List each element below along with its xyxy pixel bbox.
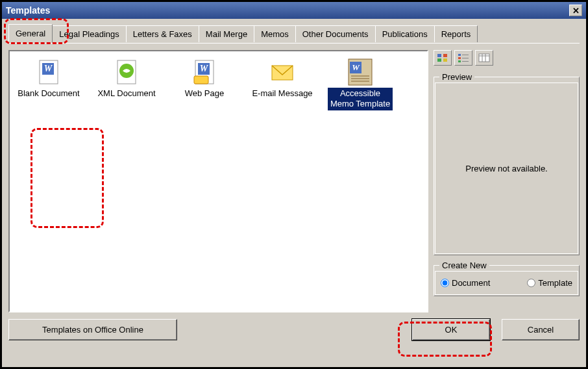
svg-rect-19	[443, 58, 447, 62]
svg-text:W: W	[200, 64, 209, 73]
svg-rect-21	[458, 57, 461, 59]
preview-fieldset: Preview Preview not available.	[434, 72, 580, 255]
tab-label: Letters & Faxes	[133, 29, 192, 39]
template-label: Blank Document	[16, 88, 80, 99]
office-online-button[interactable]: Templates on Office Online	[8, 319, 177, 340]
tab-label: Other Documents	[302, 29, 369, 39]
button-label: Templates on Office Online	[42, 325, 143, 335]
template-label: Web Page	[184, 88, 225, 99]
template-email-message[interactable]: E-mail Message	[250, 58, 315, 110]
view-large-icons-button[interactable]	[434, 50, 452, 66]
button-label: Cancel	[528, 325, 554, 335]
close-button[interactable]: ✕	[569, 5, 582, 16]
tab-publications[interactable]: Publications	[375, 25, 435, 42]
create-new-legend: Create New	[439, 261, 489, 270]
word-document-icon: W	[34, 58, 63, 86]
dialog-body: General Legal Pleadings Letters & Faxes …	[2, 19, 586, 367]
svg-rect-8	[194, 76, 208, 84]
svg-rect-16	[437, 54, 441, 57]
svg-rect-20	[458, 54, 461, 56]
preview-legend: Preview	[439, 72, 474, 82]
list-icon	[458, 53, 469, 62]
tab-letters-faxes[interactable]: Letters & Faxes	[126, 25, 199, 42]
tab-label: Mail Merge	[206, 29, 247, 39]
tab-legal-pleadings[interactable]: Legal Pleadings	[52, 25, 127, 42]
content-area: W Blank Document XML Document W Web Page	[8, 43, 580, 312]
radio-document[interactable]	[441, 279, 449, 287]
svg-rect-17	[443, 54, 447, 57]
view-mode-buttons	[434, 50, 580, 66]
memo-template-icon: W	[346, 58, 374, 86]
create-new-radios: Document Template	[439, 275, 574, 290]
tab-memos[interactable]: Memos	[254, 25, 296, 42]
tab-label: General	[16, 29, 45, 38]
radio-document-label[interactable]: Document	[452, 278, 490, 288]
view-list-button[interactable]	[454, 50, 472, 66]
template-label: E-mail Message	[251, 88, 313, 99]
tab-label: Legal Pleadings	[59, 29, 119, 39]
template-blank-document[interactable]: W Blank Document	[16, 58, 81, 110]
template-label: Accessible Memo Template	[328, 88, 393, 110]
tab-general[interactable]: General	[8, 24, 53, 43]
template-xml-document[interactable]: XML Document	[94, 58, 159, 110]
right-pane: Preview Preview not available. Create Ne…	[434, 50, 580, 312]
web-page-icon: W	[190, 58, 219, 86]
tab-label: Publications	[382, 29, 428, 39]
template-list[interactable]: W Blank Document XML Document W Web Page	[8, 50, 428, 312]
template-web-page[interactable]: W Web Page	[172, 58, 237, 110]
svg-rect-22	[458, 60, 461, 62]
tab-label: Reports	[441, 29, 471, 39]
email-icon	[268, 58, 297, 86]
preview-area: Preview not available.	[439, 87, 574, 249]
radio-template-label[interactable]: Template	[538, 278, 572, 288]
button-label: OK	[445, 325, 458, 335]
large-icons-icon	[437, 53, 448, 62]
svg-text:W: W	[352, 62, 360, 72]
view-details-button[interactable]	[475, 50, 493, 66]
tab-reports[interactable]: Reports	[434, 25, 478, 42]
tab-mail-merge[interactable]: Mail Merge	[199, 25, 254, 42]
tab-strip: General Legal Pleadings Letters & Faxes …	[8, 24, 580, 42]
svg-text:W: W	[44, 64, 53, 73]
close-icon: ✕	[572, 6, 580, 16]
radio-template[interactable]	[527, 279, 535, 287]
preview-placeholder-text: Preview not available.	[465, 164, 547, 173]
cancel-button[interactable]: Cancel	[502, 319, 580, 340]
xml-document-icon	[112, 58, 141, 86]
title-bar: Templates ✕	[2, 2, 586, 19]
svg-rect-26	[479, 54, 489, 62]
tab-other-documents[interactable]: Other Documents	[295, 25, 376, 42]
details-icon	[478, 53, 490, 62]
ok-button[interactable]: OK	[412, 319, 490, 340]
tab-label: Memos	[261, 29, 289, 39]
dialog-title: Templates	[6, 5, 50, 16]
svg-rect-18	[437, 58, 441, 62]
dialog-bottom-buttons: Templates on Office Online OK Cancel	[8, 319, 580, 340]
template-label: XML Document	[96, 88, 156, 99]
create-new-fieldset: Create New Document Template	[434, 261, 580, 296]
template-accessible-memo[interactable]: W Accessible Memo Template	[328, 58, 393, 110]
